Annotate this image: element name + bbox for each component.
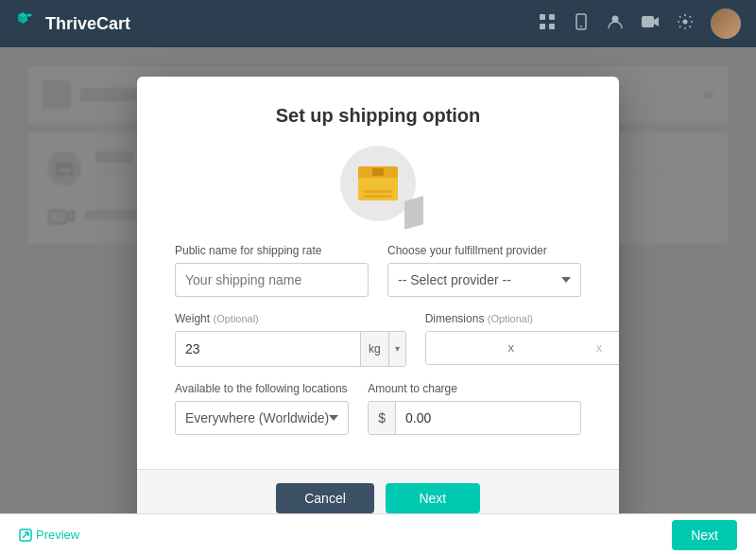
shipping-name-input[interactable] bbox=[175, 263, 369, 297]
modal-title: Set up shipping option bbox=[175, 105, 581, 127]
svg-rect-3 bbox=[549, 24, 555, 29]
page-background: or Set up shipping option bbox=[0, 47, 756, 555]
brand: ThriveCart bbox=[15, 9, 130, 38]
weight-input[interactable] bbox=[176, 332, 360, 366]
weight-group: Weight (Optional) kg ▾ bbox=[175, 312, 406, 367]
location-label: Available to the following locations bbox=[175, 382, 349, 395]
modal-overlay: Set up shipping option bbox=[0, 47, 756, 555]
svg-rect-0 bbox=[540, 14, 545, 20]
next-button[interactable]: Next bbox=[386, 483, 480, 513]
shipping-modal: Set up shipping option bbox=[137, 77, 619, 527]
provider-select[interactable]: -- Select provider -- FedEx UPS USPS DHL bbox=[387, 263, 581, 297]
provider-group: Choose your fulfillment provider -- Sele… bbox=[387, 244, 581, 297]
shipping-icon-circle bbox=[340, 146, 416, 221]
dimensions-input-wrapper: x y x cm ▾ bbox=[425, 331, 619, 365]
amount-input[interactable] bbox=[396, 402, 580, 434]
box-icon bbox=[358, 166, 398, 200]
cancel-button[interactable]: Cancel bbox=[276, 483, 374, 513]
svg-rect-2 bbox=[540, 24, 545, 29]
svg-rect-7 bbox=[642, 16, 654, 27]
video-icon[interactable] bbox=[641, 13, 660, 35]
shipping-name-label: Public name for shipping rate bbox=[175, 244, 369, 257]
avatar[interactable] bbox=[711, 9, 741, 39]
dim-y-input[interactable] bbox=[602, 332, 619, 364]
shipping-name-group: Public name for shipping rate bbox=[175, 244, 369, 297]
location-group: Available to the following locations Eve… bbox=[175, 382, 349, 435]
dimensions-group: Dimensions (Optional) x y x cm bbox=[425, 312, 619, 367]
amount-group: Amount to charge $ bbox=[368, 382, 581, 435]
svg-rect-1 bbox=[549, 14, 555, 20]
currency-symbol: $ bbox=[369, 402, 396, 434]
shipping-icon-wrapper bbox=[175, 146, 581, 221]
grid-icon[interactable] bbox=[539, 13, 556, 35]
amount-label: Amount to charge bbox=[368, 382, 581, 395]
svg-point-8 bbox=[683, 19, 688, 24]
dimensions-label: Dimensions (Optional) bbox=[425, 312, 619, 325]
form-row-3: Available to the following locations Eve… bbox=[175, 382, 581, 435]
preview-label: Preview bbox=[36, 528, 79, 542]
weight-input-wrapper: kg ▾ bbox=[175, 331, 406, 367]
navbar: ThriveCart bbox=[0, 0, 756, 47]
weight-unit: kg bbox=[360, 332, 388, 366]
bottom-bar: Preview Next bbox=[0, 513, 756, 555]
gear-icon[interactable] bbox=[677, 13, 694, 35]
form-row-1: Public name for shipping rate Choose you… bbox=[175, 244, 581, 297]
location-select[interactable]: Everywhere (Worldwide) United States Eur… bbox=[175, 401, 349, 435]
weight-unit-toggle[interactable]: ▾ bbox=[388, 332, 405, 366]
dim-x-input[interactable] bbox=[426, 332, 596, 364]
preview-link[interactable]: Preview bbox=[19, 528, 79, 542]
form-row-2: Weight (Optional) kg ▾ bbox=[175, 312, 581, 367]
user-icon[interactable] bbox=[607, 13, 624, 35]
amount-input-wrapper: $ bbox=[368, 401, 581, 435]
brand-name: ThriveCart bbox=[45, 14, 130, 34]
provider-label: Choose your fulfillment provider bbox=[387, 244, 581, 257]
nav-icons bbox=[539, 9, 741, 39]
phone-icon[interactable] bbox=[573, 13, 590, 35]
bottom-next-button[interactable]: Next bbox=[672, 520, 737, 550]
svg-point-5 bbox=[580, 26, 582, 27]
brand-icon bbox=[15, 9, 38, 38]
weight-label: Weight (Optional) bbox=[175, 312, 406, 325]
